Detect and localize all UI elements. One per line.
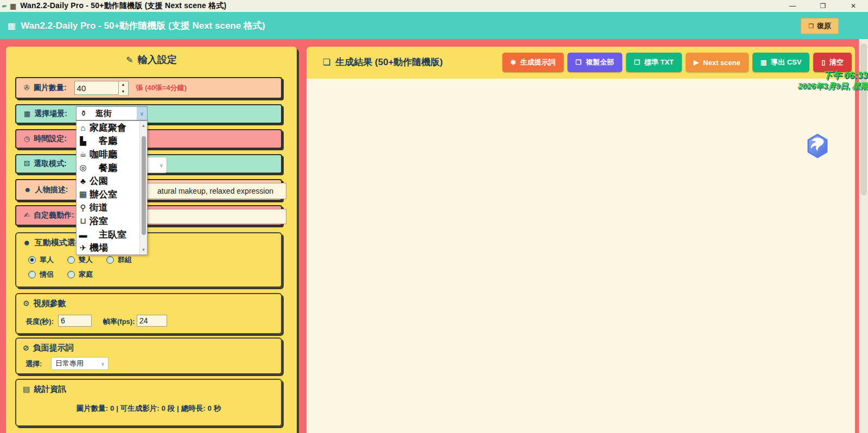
window-scroll-thumb[interactable] bbox=[860, 43, 867, 195]
scene-option[interactable]: ◎ 餐廳 bbox=[76, 161, 140, 175]
scroll-down-icon[interactable]: ▼ bbox=[140, 247, 147, 252]
radio-label: 群組 bbox=[118, 255, 132, 265]
restore-window-button[interactable]: ❐ bbox=[818, 2, 828, 10]
time-setting-row: ◷時間設定: bbox=[15, 129, 282, 149]
scene-option-label: 公園 bbox=[90, 175, 108, 187]
restore-button[interactable]: ❐ 復原 bbox=[801, 18, 839, 34]
custom-action-label: ✍自定義動作: bbox=[24, 211, 74, 220]
video-params-title: ⚙視頻參數 bbox=[23, 298, 66, 309]
scene-option-label: 機場 bbox=[90, 241, 108, 254]
toolbar-button-複製全部[interactable]: ❐複製全部 bbox=[567, 53, 622, 72]
window-controls: — ❐ ✕ bbox=[788, 0, 858, 12]
scene-option-icon: ▬ bbox=[76, 230, 90, 239]
toolbar-button-標準 TXT[interactable]: ❒標準 TXT bbox=[626, 53, 682, 72]
video-length-input[interactable] bbox=[58, 315, 92, 327]
scene-option-icon: ⚲ bbox=[76, 203, 90, 213]
writing-hand-icon: ✍ bbox=[24, 211, 30, 219]
custom-action-row: ✍自定義動作: bbox=[15, 205, 282, 226]
toolbar-button-Next scene[interactable]: ▶Next scene bbox=[686, 53, 749, 72]
results-header: ❏生成結果 (50+動作隨機版) ✾生成提示詞❐複製全部❒標準 TXT▶Next… bbox=[307, 47, 855, 79]
toolbar-button-icon: ▶ bbox=[694, 59, 699, 66]
person-desc-row: ☻人物描述: bbox=[15, 179, 282, 201]
window-scrollbar[interactable] bbox=[859, 39, 868, 433]
scene-row: ▦選擇場景: bbox=[15, 104, 282, 124]
restore-button-label: 復原 bbox=[817, 21, 831, 31]
window-title: Wan2.2-Daily Pro - 50+動作隨機版 (支援 Next sce… bbox=[20, 1, 226, 11]
toolbar-button-生成提示詞[interactable]: ✾生成提示詞 bbox=[502, 53, 564, 72]
results-panel: ❏生成結果 (50+動作隨機版) ✾生成提示詞❐複製全部❒標準 TXT▶Next… bbox=[307, 47, 855, 433]
radio-icon[interactable] bbox=[28, 271, 36, 278]
interaction-radio-雙人[interactable]: 雙人 bbox=[67, 255, 93, 265]
people-icon: ☻ bbox=[23, 238, 31, 247]
stats-title: ▤統計資訊 bbox=[23, 384, 66, 394]
negative-prompt-value: 日常專用 bbox=[55, 359, 84, 368]
app-title: Wan2.2-Daily Pro - 50+動作隨機版 (支援 Next sce… bbox=[21, 20, 265, 32]
close-button[interactable]: ✕ bbox=[848, 2, 858, 10]
scene-option[interactable]: ▙ 客廳 bbox=[76, 135, 140, 148]
scene-option-icon: ☕ bbox=[76, 149, 90, 159]
time-setting-label: ◷時間設定: bbox=[24, 134, 67, 144]
toolbar-button-icon: ❒ bbox=[634, 59, 640, 66]
radio-icon[interactable] bbox=[28, 256, 36, 264]
clock-overlay: 下午 06:33:2 2026年3月9日, 星期一 bbox=[798, 69, 868, 91]
radio-icon[interactable] bbox=[67, 256, 75, 264]
radio-icon[interactable] bbox=[106, 256, 114, 264]
spin-down-icon[interactable]: ▼ bbox=[119, 88, 128, 95]
spin-up-icon[interactable]: ▲ bbox=[119, 81, 128, 88]
combo-dropdown-button[interactable]: ∨ bbox=[137, 107, 147, 120]
dropdown-scrollbar[interactable]: ▲ ▼ bbox=[139, 121, 147, 254]
scene-option[interactable]: ⌂家庭聚會 bbox=[76, 121, 140, 135]
stats-line: 圖片數量: 0 | 可生成影片: 0 段 | 總時長: 0 秒 bbox=[16, 404, 281, 413]
shopping-bag-icon: ⚱ bbox=[80, 109, 87, 118]
toolbar-button-icon: ✾ bbox=[510, 59, 516, 66]
bar-chart-icon: ▤ bbox=[23, 385, 30, 393]
scene-option[interactable]: ✈機場 bbox=[76, 241, 140, 254]
scene-option[interactable]: ⊔浴室 bbox=[76, 214, 140, 228]
dice-icon: ⚄ bbox=[24, 160, 30, 168]
forbidden-icon: ⊘ bbox=[23, 343, 29, 352]
scene-label: ▦選擇場景: bbox=[24, 109, 67, 119]
scene-option[interactable]: ▬ 主臥室 bbox=[76, 228, 140, 241]
toolbar-button-label: 生成提示詞 bbox=[520, 58, 556, 67]
scene-option-label: 家庭聚會 bbox=[90, 122, 126, 134]
restore-icon: ❐ bbox=[808, 23, 814, 30]
camera-icon: ✇ bbox=[24, 84, 30, 92]
scene-select[interactable]: ⚱ 逛街 ∨ bbox=[76, 106, 148, 120]
dropdown-scroll-thumb[interactable] bbox=[142, 136, 146, 235]
os-titlebar: ✒ ▦ Wan2.2-Daily Pro - 50+動作隨機版 (支援 Next… bbox=[0, 0, 868, 12]
clapperboard-icon: ▦ bbox=[10, 2, 16, 10]
scene-option[interactable]: ♣公園 bbox=[76, 174, 140, 188]
scene-icon: ▦ bbox=[24, 110, 30, 118]
interaction-radio-家庭[interactable]: 家庭 bbox=[67, 270, 93, 279]
image-count-input[interactable] bbox=[74, 81, 119, 95]
clapperboard-icon: ▦ bbox=[8, 21, 16, 31]
input-settings-panel: ✎輸入設定 ✇圖片數量: ▲ ▼ 張 (40張=4分鐘) ▦選擇場景: ◷時間設… bbox=[6, 47, 297, 433]
toolbar-button-label: 複製全部 bbox=[586, 58, 614, 67]
radio-label: 情侶 bbox=[40, 270, 54, 279]
minimize-button[interactable]: — bbox=[788, 2, 797, 10]
scene-option[interactable]: ☕咖啡廳 bbox=[76, 148, 140, 161]
scene-option-label: 客廳 bbox=[90, 135, 117, 147]
scroll-up-icon[interactable]: ▲ bbox=[140, 123, 147, 128]
negative-prompt-select[interactable]: 日常專用 ∨ bbox=[51, 357, 108, 370]
scene-option-label: 餐廳 bbox=[90, 162, 117, 174]
toolbar-button-icon: ❐ bbox=[576, 59, 582, 66]
video-length-label: 長度(秒): bbox=[25, 317, 54, 327]
scene-dropdown-list: ⌂家庭聚會▙ 客廳☕咖啡廳◎ 餐廳♣公園▦辦公室⚲街道⊔浴室▬ 主臥室✈機場 ▲… bbox=[76, 120, 148, 255]
video-fps-label: 幀率(fps): bbox=[103, 317, 135, 327]
scene-option-label: 街道 bbox=[90, 201, 108, 214]
bird-badge-icon[interactable] bbox=[806, 133, 829, 158]
results-title: ❏生成結果 (50+動作隨機版) bbox=[323, 56, 443, 68]
video-fps-input[interactable] bbox=[137, 315, 167, 327]
scene-option[interactable]: ▦辦公室 bbox=[76, 188, 140, 201]
scene-option-label: 辦公室 bbox=[90, 188, 117, 201]
interaction-radio-群組[interactable]: 群組 bbox=[106, 255, 132, 265]
interaction-radio-情侶[interactable]: 情侶 bbox=[28, 270, 54, 279]
spinner: ▲ ▼ bbox=[119, 81, 129, 96]
scene-option-icon: ▦ bbox=[76, 189, 90, 199]
image-count-row: ✇圖片數量: ▲ ▼ 張 (40張=4分鐘) bbox=[15, 77, 282, 99]
interaction-radio-單人[interactable]: 單人 bbox=[28, 255, 54, 265]
radio-icon[interactable] bbox=[67, 271, 75, 278]
scene-option[interactable]: ⚲街道 bbox=[76, 201, 140, 215]
interaction-mode-fieldset: ☻互動模式選擇 單人雙人群組情侶家庭 bbox=[15, 232, 282, 288]
